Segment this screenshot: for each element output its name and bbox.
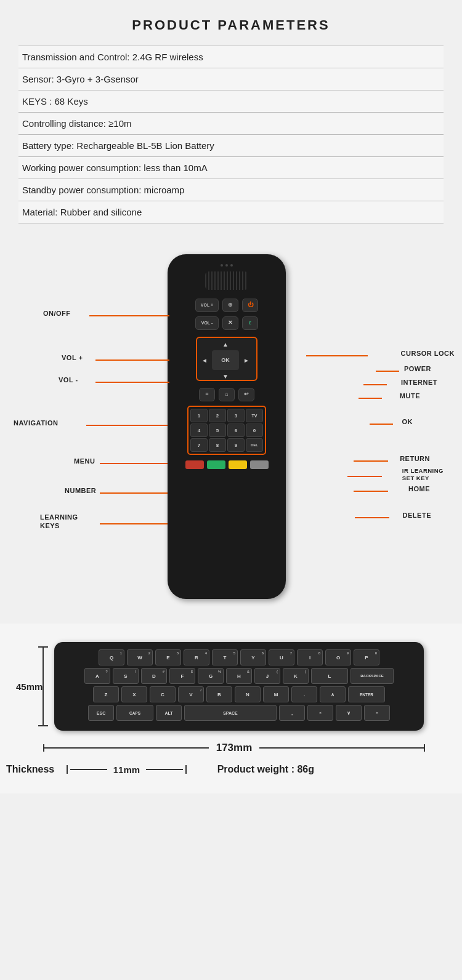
vol-minus-btn[interactable]: VOL -: [195, 316, 219, 330]
label-home: HOME: [408, 485, 430, 492]
key-o[interactable]: O9: [325, 649, 351, 665]
key-x[interactable]: X: [121, 686, 147, 702]
keyboard-body: Q1 W2 E3 R4 T5 Y6 U7 I8 O9 P0 A? S! D# F…: [54, 642, 424, 731]
home-btn[interactable]: ⌂: [219, 388, 235, 401]
label-delete: DELETE: [403, 512, 431, 519]
key-u[interactable]: U7: [269, 649, 294, 665]
color-blue-btn[interactable]: [250, 460, 269, 469]
label-return: RETURN: [400, 455, 430, 462]
key-n[interactable]: N: [235, 686, 261, 702]
key-backspace[interactable]: BACKSPACE: [351, 668, 394, 684]
width-dimension: 173mm: [43, 742, 425, 754]
key-b[interactable]: B: [206, 686, 232, 702]
key-y[interactable]: Y6: [240, 649, 266, 665]
power-btn[interactable]: ⏻: [242, 299, 258, 312]
num-1[interactable]: 1: [190, 409, 208, 422]
key-enter[interactable]: ENTER: [348, 686, 385, 702]
key-j[interactable]: J(: [254, 668, 280, 684]
weight-text: Product weight : 86g: [217, 764, 314, 775]
spec-row-4: Battery type: Rechargeable BL-5B Lion Ba…: [18, 135, 444, 157]
key-com[interactable]: >: [364, 705, 390, 721]
key-k[interactable]: K): [283, 668, 309, 684]
key-v[interactable]: V/: [178, 686, 204, 702]
key-z[interactable]: Z: [93, 686, 119, 702]
key-space[interactable]: SPACE: [184, 705, 277, 721]
num-8[interactable]: 8: [209, 438, 226, 452]
internet-btn[interactable]: ε: [242, 316, 258, 330]
label-number: NUMBER: [65, 487, 96, 494]
keyboard-row-2: A? S! D# F$ G% H& J( K) L BACKSPACE: [60, 668, 418, 684]
key-period[interactable]: .: [291, 686, 317, 702]
key-s[interactable]: S!: [113, 668, 139, 684]
key-www[interactable]: <: [307, 705, 333, 721]
key-c[interactable]: C: [150, 686, 176, 702]
key-down[interactable]: ∨: [336, 705, 362, 721]
spec-row-0: Transmission and Control: 2.4G RF wirele…: [18, 46, 444, 68]
key-t[interactable]: T5: [212, 649, 238, 665]
num-6[interactable]: 6: [227, 424, 245, 437]
key-alt[interactable]: ALT: [156, 705, 182, 721]
color-green-btn[interactable]: [207, 460, 225, 469]
nav-up-btn[interactable]: ▲: [212, 338, 239, 350]
remote-diagram: VOL + ⊕ ⏻ VOL - ✕ ε ▲ ◄ OK ► ▼ ≡ ⌂: [0, 236, 462, 617]
spec-row-3: Controlling distance: ≥10m: [18, 113, 444, 135]
num-5[interactable]: 5: [209, 424, 226, 437]
key-caps[interactable]: CAPS: [116, 705, 153, 721]
label-learning-keys: LEARNINGKEYS: [40, 513, 78, 531]
num-3[interactable]: 3: [227, 409, 245, 422]
num-4[interactable]: 4: [190, 424, 208, 437]
width-value: 173mm: [209, 742, 260, 754]
key-esc[interactable]: ESC: [88, 705, 114, 721]
key-up[interactable]: ∧: [320, 686, 346, 702]
key-p[interactable]: P0: [354, 649, 379, 665]
key-i[interactable]: I8: [297, 649, 323, 665]
num-9[interactable]: 9: [227, 438, 245, 452]
spec-row-1: Sensor: 3-Gyro + 3-Gsensor: [18, 68, 444, 90]
key-g[interactable]: G%: [198, 668, 224, 684]
key-a[interactable]: A?: [84, 668, 110, 684]
key-l[interactable]: L: [311, 668, 348, 684]
thickness-value: 11mm: [110, 765, 144, 775]
menu-btn[interactable]: ≡: [199, 388, 215, 401]
key-d[interactable]: D#: [141, 668, 167, 684]
color-yellow-btn[interactable]: [229, 460, 247, 469]
del-btn[interactable]: DEL: [246, 438, 263, 452]
nav-left-btn[interactable]: ◄: [197, 350, 212, 370]
num-2[interactable]: 2: [209, 409, 226, 422]
key-h[interactable]: H&: [226, 668, 252, 684]
tv-btn[interactable]: TV: [246, 409, 263, 422]
specs-section: Transmission and Control: 2.4G RF wirele…: [18, 46, 444, 223]
cursor-lock-btn[interactable]: ⊕: [222, 299, 238, 312]
num-7[interactable]: 7: [190, 438, 208, 452]
label-navigation: NAVIGATION: [14, 419, 58, 427]
key-m[interactable]: M: [263, 686, 289, 702]
speaker-grill: [205, 271, 248, 290]
label-vol-plus: VOL +: [62, 354, 83, 361]
spec-row-7: Material: Rubber and silicone: [18, 201, 444, 223]
keyboard-row-4: ESC CAPS ALT SPACE , < ∨ >: [60, 705, 418, 721]
thickness-label: Thickness: [6, 764, 54, 775]
key-w[interactable]: W2: [127, 649, 153, 665]
label-power: POWER: [404, 365, 431, 372]
vol-plus-btn[interactable]: VOL +: [195, 299, 219, 312]
key-comma[interactable]: ,: [279, 705, 305, 721]
color-red-btn[interactable]: [185, 460, 204, 469]
nav-cluster: ▲ ◄ OK ► ▼: [196, 337, 257, 381]
key-f[interactable]: F$: [169, 668, 195, 684]
key-q[interactable]: Q1: [99, 649, 124, 665]
spec-row-5: Working power consumption: less than 10m…: [18, 157, 444, 179]
mute-btn[interactable]: ✕: [222, 316, 238, 330]
key-e[interactable]: E3: [155, 649, 181, 665]
back-btn[interactable]: ↩: [238, 388, 254, 401]
thickness-dim: 11mm: [67, 765, 186, 775]
height-dim-bottom-tick: [38, 725, 48, 726]
num-0[interactable]: 0: [246, 424, 263, 437]
nav-ok-btn[interactable]: OK: [212, 350, 239, 370]
keyboard-row-1: Q1 W2 E3 R4 T5 Y6 U7 I8 O9 P0: [60, 649, 418, 665]
nav-right-btn[interactable]: ►: [239, 350, 254, 370]
label-ok: OK: [402, 418, 413, 425]
nav-down-btn[interactable]: ▼: [212, 370, 239, 382]
key-r[interactable]: R4: [184, 649, 209, 665]
height-dim-value: 45mm: [16, 681, 43, 692]
spec-row-2: KEYS : 68 Keys: [18, 90, 444, 113]
